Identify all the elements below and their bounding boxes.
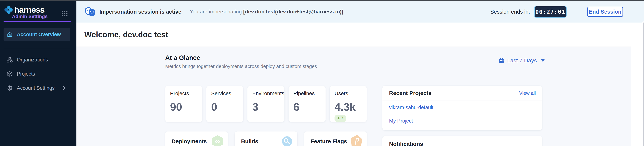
sidebar-item-label: Organizations bbox=[17, 57, 48, 63]
sidebar-item-label: Account Overview bbox=[17, 32, 61, 37]
app-window: harness Admin Settings Account Overview … bbox=[0, 0, 644, 146]
metric-label: Pipelines bbox=[294, 90, 326, 96]
session-ends-label: Session ends in: bbox=[490, 9, 530, 15]
metric-card-environments[interactable]: Environments 3 bbox=[248, 86, 284, 122]
module-card-builds[interactable]: Builds bbox=[235, 132, 297, 146]
recent-projects-card: Recent Projects View all vikram-sahu-def… bbox=[382, 86, 542, 130]
sidebar-item-account-settings[interactable]: Account Settings bbox=[4, 82, 70, 94]
metric-value: 6 bbox=[294, 101, 326, 113]
sidebar-item-label: Projects bbox=[17, 71, 35, 77]
theater-masks-icon bbox=[85, 7, 95, 17]
sidebar: harness Admin Settings Account Overview … bbox=[0, 1, 76, 146]
users-delta-badge: + 7 bbox=[334, 115, 346, 122]
calendar-icon bbox=[498, 58, 504, 64]
sidebar-accent-rule bbox=[4, 21, 71, 22]
metric-value: 90 bbox=[170, 101, 202, 113]
banner-subtitle-prefix: You are impersonating bbox=[190, 9, 242, 14]
session-timer: 00:27:01 bbox=[534, 6, 567, 18]
harness-logo: harness bbox=[4, 5, 44, 15]
at-a-glance-header: At a Glance Metrics brings together depl… bbox=[165, 54, 317, 69]
metrics-row: Projects 90 Services 0 Environments 3 Pi… bbox=[165, 86, 367, 122]
end-session-button[interactable]: End Session bbox=[587, 7, 623, 17]
admin-settings-label: Admin Settings bbox=[12, 14, 48, 19]
builds-search-icon bbox=[281, 135, 293, 146]
impersonation-banner: Impersonation session is active You are … bbox=[76, 1, 644, 22]
home-icon bbox=[7, 31, 13, 37]
metric-value: 3 bbox=[252, 101, 284, 113]
recent-project-link[interactable]: vikram-sahu-default bbox=[382, 101, 542, 114]
page-header: Welcome, dev.doc test bbox=[76, 22, 631, 47]
banner-title: Impersonation session is active bbox=[100, 9, 181, 15]
metric-value: 4.3k bbox=[334, 101, 367, 113]
metric-label: Environments bbox=[252, 90, 284, 96]
notifications-title: Notifications bbox=[389, 141, 542, 146]
vertical-scrollbar[interactable] bbox=[643, 22, 644, 146]
sidebar-item-projects[interactable]: Projects bbox=[4, 68, 70, 80]
metric-card-pipelines[interactable]: Pipelines 6 bbox=[288, 86, 326, 122]
harness-logo-icon bbox=[4, 5, 14, 15]
metric-value: 0 bbox=[211, 101, 243, 113]
projects-cube-icon bbox=[7, 71, 13, 77]
sidebar-item-label: Account Settings bbox=[17, 85, 55, 91]
session-timer-value: 00:27:01 bbox=[536, 8, 566, 15]
banner-impersonated-user: [dev.doc test(dev.doc+test@harness.io)] bbox=[243, 9, 343, 14]
recent-project-link[interactable]: My Project bbox=[382, 114, 542, 128]
chevron-right-icon bbox=[63, 86, 66, 90]
metric-label: Services bbox=[211, 90, 243, 96]
welcome-title: Welcome, dev.doc test bbox=[84, 30, 168, 39]
svg-text:∞: ∞ bbox=[215, 137, 220, 145]
chevron-down-icon bbox=[541, 59, 544, 62]
notifications-card[interactable]: Notifications bbox=[382, 136, 542, 146]
module-card-feature-flags[interactable]: Feature Flags bbox=[304, 132, 367, 146]
view-all-link[interactable]: View all bbox=[519, 90, 536, 96]
main-content: At a Glance Metrics brings together depl… bbox=[76, 47, 631, 146]
metric-card-services[interactable]: Services 0 bbox=[206, 86, 243, 122]
sidebar-item-organizations[interactable]: Organizations bbox=[4, 54, 70, 66]
module-card-deployments[interactable]: Deployments ∞ bbox=[165, 132, 228, 146]
date-range-selector[interactable]: Last 7 Days bbox=[498, 57, 544, 64]
metric-card-users[interactable]: Users 4.3k + 7 bbox=[330, 86, 367, 122]
section-title: At a Glance bbox=[165, 54, 317, 61]
module-card-title: Deployments bbox=[172, 138, 207, 145]
sidebar-divider bbox=[4, 49, 70, 49]
metric-card-projects[interactable]: Projects 90 bbox=[165, 86, 202, 122]
module-card-title: Builds bbox=[241, 138, 258, 145]
metric-label: Users bbox=[334, 90, 367, 96]
metric-label: Projects bbox=[170, 90, 202, 96]
feature-flags-flag-icon bbox=[351, 135, 362, 146]
gear-icon bbox=[7, 85, 13, 91]
date-range-value: Last 7 Days bbox=[507, 57, 537, 64]
logo-wordmark: harness bbox=[14, 5, 44, 15]
section-subtitle: Metrics brings together deployments acro… bbox=[165, 64, 317, 69]
deployments-pipeline-icon: ∞ bbox=[212, 135, 223, 146]
recent-projects-title: Recent Projects bbox=[389, 90, 432, 96]
app-grid-icon[interactable] bbox=[62, 11, 68, 16]
module-card-title: Feature Flags bbox=[310, 138, 347, 145]
recent-projects-header: Recent Projects View all bbox=[382, 86, 542, 101]
sidebar-item-account-overview[interactable]: Account Overview bbox=[4, 28, 70, 41]
right-gutter bbox=[631, 22, 644, 146]
banner-subtitle: You are impersonating [dev.doc test(dev.… bbox=[190, 9, 343, 15]
organizations-icon bbox=[7, 57, 13, 63]
